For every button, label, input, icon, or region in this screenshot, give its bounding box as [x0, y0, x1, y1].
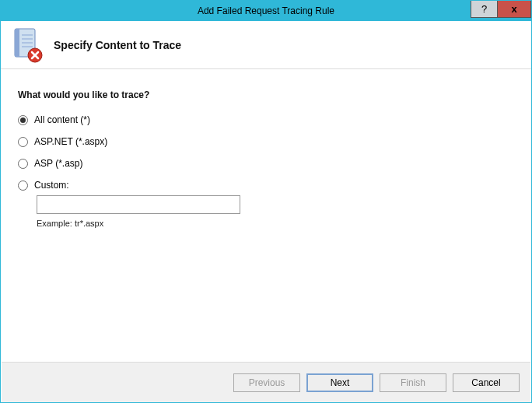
button-label: Previous	[249, 377, 285, 388]
radio-all-content[interactable]: All content (*)	[18, 114, 514, 125]
radio-label: All content (*)	[34, 114, 90, 125]
radio-label: ASP (*.asp)	[34, 158, 82, 169]
radio-label: ASP.NET (*.aspx)	[34, 136, 107, 147]
button-label: Finish	[401, 377, 425, 388]
wizard-icon	[12, 27, 43, 63]
help-icon: ?	[481, 3, 487, 15]
next-button[interactable]: Next	[306, 373, 373, 392]
page-title: Specify Content to Trace	[54, 39, 181, 51]
close-button[interactable]: x	[497, 1, 531, 18]
radio-asp[interactable]: ASP (*.asp)	[18, 158, 514, 169]
titlebar: Add Failed Request Tracing Rule ? x	[1, 1, 531, 21]
finish-button: Finish	[380, 373, 446, 392]
wizard-footer: Previous Next Finish Cancel	[2, 362, 530, 402]
radio-icon	[18, 180, 28, 191]
wizard-header: Specify Content to Trace	[1, 21, 531, 69]
button-label: Cancel	[471, 377, 500, 388]
window-title: Add Failed Request Tracing Rule	[1, 5, 531, 16]
cancel-button[interactable]: Cancel	[453, 373, 520, 392]
radio-icon	[18, 159, 28, 169]
radio-icon	[18, 115, 28, 125]
help-button[interactable]: ?	[471, 1, 497, 18]
example-label: Example: tr*.aspx	[37, 219, 514, 228]
close-icon: x	[511, 3, 516, 15]
radio-custom[interactable]: Custom:	[18, 180, 514, 191]
wizard-content: What would you like to trace? All conten…	[1, 69, 531, 228]
custom-input[interactable]	[37, 195, 240, 214]
window-controls: ? x	[471, 1, 531, 18]
radio-label: Custom:	[34, 180, 69, 191]
previous-button: Previous	[233, 373, 300, 392]
prompt-label: What would you like to trace?	[18, 89, 514, 100]
radio-aspnet[interactable]: ASP.NET (*.aspx)	[18, 136, 514, 147]
radio-icon	[18, 137, 28, 147]
svg-rect-1	[15, 29, 19, 57]
button-label: Next	[331, 377, 350, 388]
